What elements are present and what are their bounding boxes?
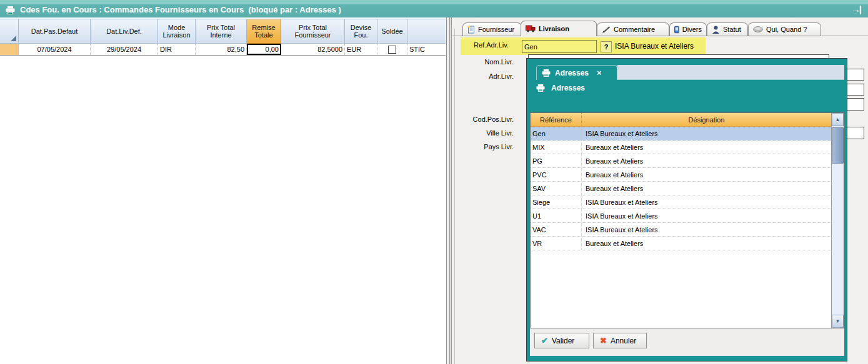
cell-code[interactable]: STIC bbox=[407, 44, 446, 55]
column-header-dat-pas-defaut[interactable]: Dat.Pas.Defaut bbox=[19, 19, 91, 44]
ref-adr-liv-designation: ISIA Bureaux et Ateliers bbox=[615, 42, 694, 51]
cell-devise-fou[interactable]: EUR bbox=[345, 44, 377, 55]
divider-ridge bbox=[449, 17, 452, 364]
orders-panel: Dat.Pas.Defaut Dat.Liv.Def. Mode Livrais… bbox=[0, 17, 446, 364]
list-item-pg[interactable]: PGBureaux et Ateliers bbox=[531, 154, 831, 168]
window-titlebar: Cdes Fou. en Cours : Commandes Fournisse… bbox=[0, 0, 868, 17]
list-item-u1[interactable]: U1ISIA Bureaux et Ateliers bbox=[531, 209, 831, 223]
annuler-button[interactable]: ✖ Annuler bbox=[593, 333, 647, 348]
tab-commentaire[interactable]: Commentaire bbox=[597, 22, 669, 36]
ville-livr-label: Ville Livr. bbox=[457, 129, 514, 137]
tab-livraison[interactable]: Livraison bbox=[521, 21, 597, 36]
adresses-dialog: Adresses × Adresses Référence Désignatio… bbox=[527, 59, 847, 361]
cell-soldee bbox=[377, 44, 407, 55]
pencil-icon bbox=[602, 26, 611, 33]
cell-remise-totale-selected[interactable]: 0,00 bbox=[247, 44, 281, 55]
list-item-mix[interactable]: MIXBureaux et Ateliers bbox=[531, 140, 831, 154]
document-icon bbox=[467, 26, 475, 34]
column-header-prix-total-fournisseur[interactable]: Prix Total Fournisseur bbox=[281, 19, 345, 44]
dialog-footer: ✔ Valider ✖ Annuler bbox=[530, 328, 844, 356]
column-header-prix-total-interne[interactable]: Prix Total Interne bbox=[196, 19, 247, 44]
scroll-up-button[interactable]: ▲ bbox=[832, 113, 844, 126]
tab-divers[interactable]: Divers bbox=[669, 22, 707, 36]
soldee-checkbox[interactable] bbox=[388, 46, 396, 54]
column-header-reference[interactable]: Référence bbox=[531, 113, 582, 127]
tab-statut[interactable]: Statut bbox=[707, 22, 748, 36]
cross-icon: ✖ bbox=[600, 336, 607, 345]
list-item-siege[interactable]: SiegeISIA Bureaux et Ateliers bbox=[531, 195, 831, 209]
corner-triangle-icon bbox=[11, 36, 16, 41]
orders-table-header: Dat.Pas.Defaut Dat.Liv.Def. Mode Livrais… bbox=[0, 19, 446, 44]
cod-pos-livr-label: Cod.Pos.Livr. bbox=[457, 116, 514, 123]
adr-livr-label: Adr.Livr. bbox=[457, 72, 514, 80]
valider-button[interactable]: ✔ Valider bbox=[534, 333, 589, 348]
scroll-down-icon: ▼ bbox=[836, 318, 841, 324]
printer-icon bbox=[536, 84, 545, 92]
list-item-vac[interactable]: VACISIA Bureaux et Ateliers bbox=[531, 223, 831, 237]
column-header-designation[interactable]: Désignation bbox=[582, 113, 831, 127]
list-item-vr[interactable]: VRBureaux et Ateliers bbox=[531, 237, 831, 250]
dialog-tabstrip bbox=[617, 65, 844, 80]
scroll-right-indicator-icon[interactable]: →| bbox=[851, 4, 861, 14]
column-header-dat-liv-def[interactable]: Dat.Liv.Def. bbox=[91, 19, 158, 44]
close-icon[interactable]: × bbox=[597, 68, 602, 77]
row-marker[interactable] bbox=[0, 44, 19, 55]
window-title: Cdes Fou. en Cours : Commandes Fournisse… bbox=[20, 5, 341, 14]
cell-mode-livraison[interactable]: DIR bbox=[158, 44, 196, 55]
ref-adr-liv-label: Ref.Adr.Liv. bbox=[457, 41, 509, 49]
adresses-list-header: Référence Désignation bbox=[531, 113, 831, 127]
help-button[interactable]: ? bbox=[601, 41, 612, 52]
list-item-gen[interactable]: GenISIA Bureaux et Ateliers bbox=[531, 127, 831, 140]
device-icon bbox=[674, 26, 679, 34]
tab-qui-quand[interactable]: Qui, Quand ? bbox=[748, 22, 821, 36]
cell-dat-pas-defaut[interactable]: 07/05/2024 bbox=[19, 44, 91, 55]
app-window: Cdes Fou. en Cours : Commandes Fournisse… bbox=[0, 0, 868, 364]
pays-livr-label: Pays Livr. bbox=[457, 143, 514, 150]
cell-prix-total-fournisseur[interactable]: 82,5000 bbox=[281, 44, 345, 55]
select-all-corner[interactable] bbox=[0, 19, 19, 44]
dialog-tab-adresses[interactable]: Adresses × bbox=[536, 65, 617, 80]
order-row[interactable]: 07/05/2024 29/05/2024 DIR 82,50 0,00 82,… bbox=[0, 44, 446, 56]
column-header-blank[interactable] bbox=[407, 19, 446, 44]
person-icon bbox=[712, 26, 720, 34]
tab-fournisseur[interactable]: Fournisseur bbox=[462, 22, 522, 36]
column-header-remise-totale[interactable]: Remise Totale bbox=[247, 19, 281, 44]
cell-dat-liv-def[interactable]: 29/05/2024 bbox=[91, 44, 158, 55]
scroll-down-button[interactable]: ▼ bbox=[832, 315, 844, 328]
check-icon: ✔ bbox=[541, 336, 548, 345]
ref-adr-liv-input[interactable] bbox=[522, 40, 597, 53]
panel-divider[interactable] bbox=[446, 17, 452, 364]
dialog-title: Adresses bbox=[536, 84, 585, 92]
vertical-scrollbar[interactable]: ▲ ▼ bbox=[831, 113, 844, 328]
nom-livr-label: Nom.Livr. bbox=[457, 58, 514, 66]
group-border bbox=[454, 29, 455, 364]
adresses-list: Référence Désignation GenISIA Bureaux et… bbox=[530, 112, 844, 328]
column-header-devise-fou[interactable]: Devise Fou. bbox=[345, 19, 377, 44]
column-header-mode-livraison[interactable]: Mode Livraison bbox=[158, 19, 196, 44]
tab-baseline bbox=[452, 36, 868, 36]
scroll-up-icon: ▲ bbox=[836, 117, 841, 122]
list-item-pvc[interactable]: PVCBureaux et Ateliers bbox=[531, 168, 831, 182]
cell-prix-total-interne[interactable]: 82,50 bbox=[196, 44, 247, 55]
truck-icon bbox=[526, 25, 536, 32]
column-header-soldee[interactable]: Soldée bbox=[377, 19, 407, 44]
printer-icon bbox=[6, 6, 15, 17]
scrollbar-thumb[interactable] bbox=[832, 127, 844, 164]
printer-icon bbox=[542, 69, 551, 77]
clock-icon bbox=[753, 26, 763, 32]
list-item-sav[interactable]: SAVBureaux et Ateliers bbox=[531, 182, 831, 195]
